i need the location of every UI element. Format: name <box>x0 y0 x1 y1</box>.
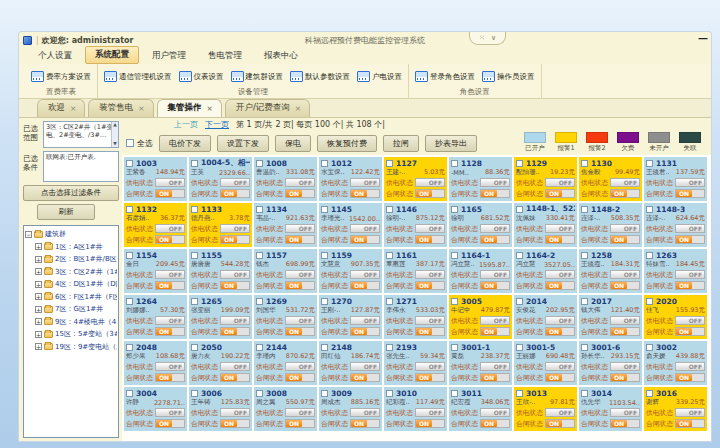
switch-status-toggle[interactable]: ON <box>350 189 380 198</box>
switch-status-toggle[interactable]: ON <box>155 281 185 290</box>
switch-status-toggle[interactable]: ON <box>220 235 250 244</box>
supply-status-toggle[interactable]: OFF <box>155 224 185 233</box>
room-checkbox[interactable] <box>256 252 263 259</box>
supply-status-toggle[interactable]: OFF <box>675 316 705 325</box>
room-checkbox[interactable] <box>646 390 653 397</box>
supply-status-toggle[interactable]: OFF <box>220 270 250 279</box>
room-checkbox[interactable] <box>386 252 393 259</box>
room-checkbox[interactable] <box>126 390 133 397</box>
supply-status-toggle[interactable]: OFF <box>350 224 380 233</box>
switch-status-toggle[interactable]: ON <box>350 327 380 336</box>
room-checkbox[interactable] <box>191 252 198 259</box>
switch-status-toggle[interactable]: ON <box>415 327 445 336</box>
supply-status-toggle[interactable]: OFF <box>675 408 705 417</box>
room-checkbox[interactable] <box>256 160 263 167</box>
room-checkbox[interactable] <box>581 390 588 397</box>
toolbar-button-1[interactable]: 电价下发 <box>159 135 211 152</box>
switch-status-toggle[interactable]: ON <box>220 419 250 428</box>
menu-tab-4[interactable]: 售电管理 <box>199 48 251 64</box>
supply-status-toggle[interactable]: OFF <box>675 270 705 279</box>
toolbar-button-6[interactable]: 抄表导出 <box>425 135 477 152</box>
room-checkbox[interactable] <box>126 206 133 213</box>
close-icon[interactable]: × <box>207 104 213 113</box>
range-scrollbar[interactable]: ▲ ▼ <box>111 122 118 147</box>
switch-status-toggle[interactable]: ON <box>610 327 640 336</box>
tree-item-4[interactable]: +4区：D区1#井（D区1… <box>25 278 117 291</box>
supply-status-toggle[interactable]: OFF <box>675 362 705 371</box>
supply-status-toggle[interactable]: OFF <box>285 362 315 371</box>
room-checkbox[interactable] <box>516 390 523 397</box>
menu-tab-1[interactable]: 个人设置 <box>29 48 81 64</box>
room-checkbox[interactable] <box>451 206 458 213</box>
room-checkbox[interactable] <box>191 344 198 351</box>
room-checkbox[interactable] <box>581 298 588 305</box>
switch-status-toggle[interactable]: ON <box>610 419 640 428</box>
switch-status-toggle[interactable]: ON <box>545 189 575 198</box>
switch-status-toggle[interactable]: ON <box>545 373 575 382</box>
switch-status-toggle[interactable]: ON <box>610 235 640 244</box>
room-checkbox[interactable] <box>126 160 133 167</box>
switch-status-toggle[interactable]: ON <box>155 419 185 428</box>
switch-status-toggle[interactable]: ON <box>220 327 250 336</box>
tree-item-3[interactable]: +3区：C区2#井（1#变… <box>25 266 117 279</box>
switch-status-toggle[interactable]: ON <box>675 373 705 382</box>
switch-status-toggle[interactable]: ON <box>350 281 380 290</box>
toolbar-button-2[interactable]: 设置下发 <box>217 135 269 152</box>
switch-status-toggle[interactable]: ON <box>285 281 315 290</box>
supply-status-toggle[interactable]: OFF <box>415 316 445 325</box>
room-checkbox[interactable] <box>581 252 588 259</box>
room-checkbox[interactable] <box>256 390 263 397</box>
switch-status-toggle[interactable]: ON <box>610 189 640 198</box>
switch-status-toggle[interactable]: ON <box>155 189 185 198</box>
switch-status-toggle[interactable]: ON <box>220 189 250 198</box>
ribbon-button-3-2[interactable]: 操作员设置 <box>480 70 537 83</box>
switch-status-toggle[interactable]: ON <box>675 235 705 244</box>
room-checkbox[interactable] <box>516 252 523 259</box>
room-checkbox[interactable] <box>581 344 588 351</box>
ribbon-button-3-1[interactable]: 登录角色设置 <box>413 70 477 83</box>
supply-status-toggle[interactable]: OFF <box>285 270 315 279</box>
tree-item-2[interactable]: +2区：B区1#井/B区1#… <box>25 253 117 266</box>
room-checkbox[interactable] <box>191 390 198 397</box>
supply-status-toggle[interactable]: OFF <box>415 408 445 417</box>
collapse-icon[interactable]: − <box>25 231 32 238</box>
switch-status-toggle[interactable]: ON <box>415 281 445 290</box>
expand-icon[interactable]: + <box>35 243 42 250</box>
room-checkbox[interactable] <box>321 390 328 397</box>
switch-status-toggle[interactable]: ON <box>545 327 575 336</box>
supply-status-toggle[interactable]: OFF <box>220 316 250 325</box>
supply-status-toggle[interactable]: OFF <box>545 224 575 233</box>
supply-status-toggle[interactable]: OFF <box>350 270 380 279</box>
supply-status-toggle[interactable]: OFF <box>285 316 315 325</box>
supply-status-toggle[interactable]: OFF <box>480 316 510 325</box>
toolbar-button-4[interactable]: 恢复预付费 <box>317 135 377 152</box>
switch-status-toggle[interactable]: ON <box>285 235 315 244</box>
choose-filter-button[interactable]: 点击选择过滤条件 <box>23 185 119 201</box>
switch-status-toggle[interactable]: ON <box>155 373 185 382</box>
supply-status-toggle[interactable]: OFF <box>155 408 185 417</box>
refresh-button[interactable]: 刷新 <box>37 204 95 220</box>
supply-status-toggle[interactable]: OFF <box>350 316 380 325</box>
supply-status-toggle[interactable]: OFF <box>480 408 510 417</box>
supply-status-toggle[interactable]: OFF <box>545 178 575 187</box>
supply-status-toggle[interactable]: OFF <box>285 408 315 417</box>
switch-status-toggle[interactable]: ON <box>610 373 640 382</box>
switch-status-toggle[interactable]: ON <box>610 281 640 290</box>
menu-tab-2[interactable]: 系统配置 <box>85 46 139 64</box>
switch-status-toggle[interactable]: ON <box>675 419 705 428</box>
switch-status-toggle[interactable]: ON <box>415 419 445 428</box>
room-checkbox[interactable] <box>451 160 458 167</box>
ribbon-button-2-3[interactable]: 建筑群设置 <box>229 70 286 83</box>
tree-item-7[interactable]: +9区：4#楼电井（4#楼… <box>25 316 117 329</box>
room-checkbox[interactable] <box>321 298 328 305</box>
room-checkbox[interactable] <box>256 344 263 351</box>
room-checkbox[interactable] <box>321 160 328 167</box>
expand-icon[interactable]: + <box>35 306 42 313</box>
supply-status-toggle[interactable]: OFF <box>675 178 705 187</box>
expand-icon[interactable]: + <box>35 318 42 325</box>
supply-status-toggle[interactable]: OFF <box>155 362 185 371</box>
style-grid-icon[interactable]: ⁙ <box>479 34 485 42</box>
room-checkbox[interactable] <box>516 298 523 305</box>
switch-status-toggle[interactable]: ON <box>675 189 705 198</box>
ribbon-button-2-4[interactable]: 默认参数设置 <box>288 70 352 83</box>
